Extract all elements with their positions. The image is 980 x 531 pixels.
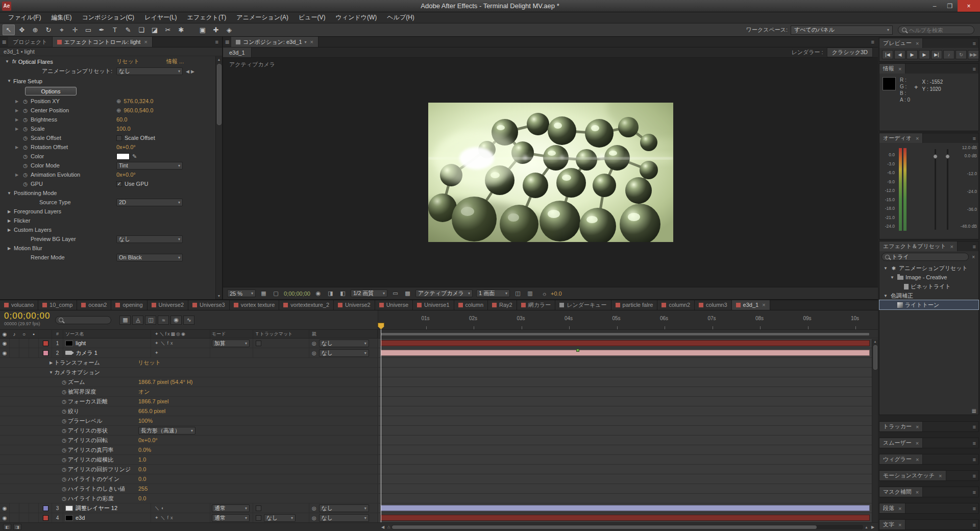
layer-switches[interactable]: ✦＼fx [151,513,210,522]
panel-menu-icon[interactable]: ≡ [970,66,978,72]
layer-duration-bar[interactable] [380,340,870,346]
ram-preview-button[interactable]: ▶▶ [968,50,979,59]
stopwatch-icon[interactable]: ◷ [21,117,29,123]
stopwatch-icon[interactable]: ◷ [21,126,29,132]
menu-item[interactable]: ウィンドウ(W) [331,13,382,22]
tab-effects-presets[interactable]: エフェクト＆プリセット × [879,242,958,251]
audio-cell[interactable] [10,339,19,348]
comp-tab[interactable]: Universe3 [188,300,230,310]
eraser-tool-icon[interactable]: ◪ [149,25,161,35]
roto-brush-tool-icon[interactable]: ✂ [162,25,174,35]
track-matte-dropdown[interactable]: なし▾ [264,514,296,522]
twirl-closed-icon[interactable]: ▶ [48,360,54,365]
checkbox[interactable] [116,135,122,141]
timeline-search[interactable] [55,316,111,324]
menu-item[interactable]: アニメーション(A) [231,13,293,22]
layer-color-swatch[interactable] [43,505,48,511]
scrollbar-thumb[interactable] [392,525,816,529]
twirl-open-icon[interactable]: ▼ [883,266,889,271]
parent-pickwhip-icon[interactable]: ◎ [312,515,316,521]
menu-item[interactable]: エフェクト(T) [182,13,232,22]
timeline-search-input[interactable] [66,316,102,324]
twirl-closed-icon[interactable]: ▶ [14,99,20,104]
effect-dropdown[interactable]: 2D▾ [116,199,183,206]
workspace-dropdown[interactable]: すべてのパネル ▾ [791,26,893,35]
scrollbar-track[interactable] [391,525,863,529]
panel-menu-icon[interactable]: ≡ [970,440,978,446]
effect-dropdown[interactable]: Tint▾ [116,162,183,170]
exposure-control[interactable]: ☼ +0.0 [540,291,562,297]
stopwatch-icon[interactable]: ◷ [60,399,68,404]
exposure-value[interactable]: +0.0 [551,291,562,297]
type-tool-icon[interactable]: T [109,25,121,35]
comp-tab[interactable]: volucano [0,300,38,310]
comp-tab[interactable]: ocean2 [77,300,111,310]
options-button[interactable]: Options [25,87,77,95]
hand-tool-icon[interactable]: ✥ [16,25,28,35]
pixel-aspect-correction-icon[interactable]: ◫ [513,290,522,297]
next-frame-button[interactable]: ▶ [919,50,930,59]
preset-tree-item[interactable]: ライトトーン [879,300,978,309]
stopwatch-icon[interactable]: ◷ [21,108,29,113]
camera-view-dropdown[interactable]: アクティブカメラ ▾ [415,289,473,297]
tab-トラッカー[interactable]: トラッカー× [879,422,923,431]
property-value[interactable]: オン [138,388,150,396]
tab-文字[interactable]: 文字× [879,520,905,529]
stopwatch-icon[interactable]: ◷ [21,181,29,187]
comp-tab[interactable]: 10_comp [38,300,77,310]
comp-tab[interactable]: 網カラー [517,300,556,310]
renderer-button[interactable]: クラシック3D [827,47,873,57]
close-icon[interactable]: × [761,302,765,308]
layer-color-cell[interactable] [40,503,52,513]
lock-cell[interactable] [29,348,39,357]
draft-3d-icon[interactable]: ◬ [132,316,143,325]
twirl-open-icon[interactable]: ▼ [4,59,10,64]
close-icon[interactable]: × [915,456,919,463]
clone-stamp-tool-icon[interactable]: ❏ [135,25,148,35]
menu-item[interactable]: ビュー(V) [293,13,331,22]
panel-menu-icon[interactable]: ≡ [970,489,978,495]
scroll-up-icon[interactable]: ▲ [874,339,877,344]
animation-preset-dropdown[interactable]: なし ▾ [116,67,183,75]
lock-cell[interactable] [29,339,39,348]
property-value[interactable]: 576.0,324.0 [124,98,153,104]
comp-tab[interactable]: Ray2 [488,300,517,310]
work-area[interactable] [378,330,878,338]
local-axis-mode-icon[interactable]: ▣ [197,25,209,35]
breadcrumb[interactable]: e3d_1 [223,47,252,57]
comp-tab[interactable]: e3d_1× [732,300,770,310]
property-value[interactable]: 0.0 [138,466,146,472]
close-icon[interactable]: × [897,66,901,72]
layer-color-cell[interactable] [40,348,52,357]
eyedropper-icon[interactable]: ✎ [132,153,137,160]
panel-menu-icon[interactable]: ≡ [970,522,978,528]
twirl-open-icon[interactable]: ▼ [889,275,895,280]
comp-tab[interactable]: Universe2 [334,300,375,310]
scroll-down-icon[interactable]: ▼ [217,293,221,299]
transparency-grid-icon[interactable]: ▩ [403,290,412,297]
layer-color-swatch[interactable] [43,515,48,521]
eye-icon[interactable]: ◉ [0,503,10,513]
twirl-closed-icon[interactable]: ▶ [14,145,20,150]
audio-level-slider-right[interactable] [947,149,948,230]
audio-toggle-button[interactable]: ♪ [943,50,954,59]
preset-tree-item[interactable]: ▼色調補正 [879,291,978,300]
scrollbar-thumb[interactable] [873,345,877,370]
comp-tab[interactable]: column [454,300,488,310]
twirl-open-icon[interactable]: ▼ [48,370,54,375]
label-column-header[interactable] [40,330,52,338]
twirl-closed-icon[interactable]: ▶ [6,228,12,232]
eye-icon[interactable]: ◉ [0,513,10,522]
mask-visibility-icon[interactable]: ▢ [272,290,280,297]
scroll-left-icon[interactable]: ◀ [380,525,386,529]
stopwatch-icon[interactable]: ◷ [60,496,68,501]
panel-menu-icon[interactable]: ≡ [212,39,222,45]
parent-dropdown[interactable]: なし▾ [319,349,369,357]
comp-tab[interactable]: vortex texture [230,300,280,310]
comp-tab[interactable]: Universe2 [148,300,189,310]
composition-viewport[interactable]: アクティブカメラ [223,58,878,287]
motion-blur-icon[interactable]: ◉ [170,316,182,325]
zoom-tool-icon[interactable]: ⊕ [29,25,41,35]
twirl-closed-icon[interactable]: ▶ [14,108,20,113]
twirl-closed-icon[interactable]: ▶ [14,127,20,131]
